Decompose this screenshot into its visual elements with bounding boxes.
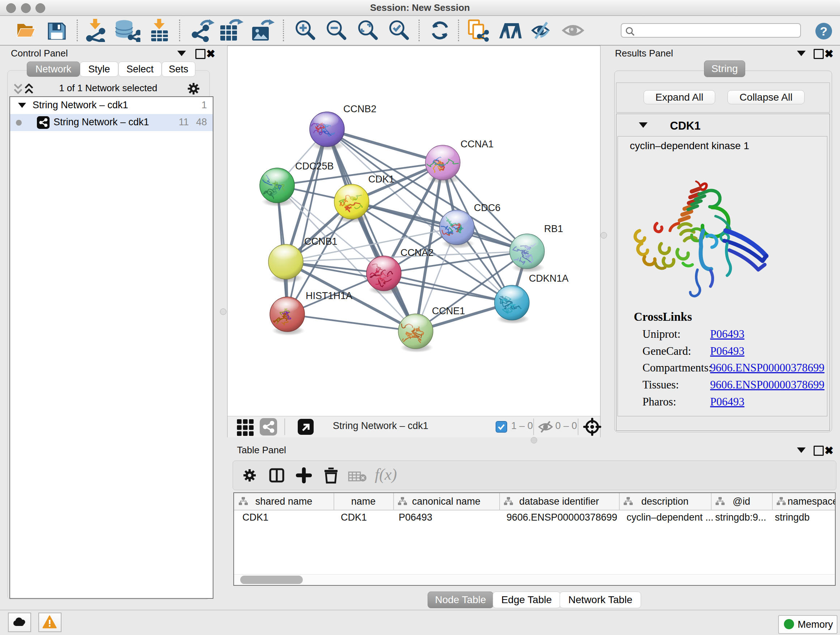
svg-text:CDC25B: CDC25B: [295, 161, 334, 172]
svg-text:CCNB2: CCNB2: [343, 103, 377, 114]
svg-text:CCNA1: CCNA1: [461, 139, 494, 149]
svg-text:CCNE1: CCNE1: [432, 306, 465, 317]
svg-text:CCNB1: CCNB1: [304, 236, 338, 247]
svg-text:CDC6: CDC6: [474, 203, 501, 213]
svg-text:CDKN1A: CDKN1A: [529, 273, 569, 284]
svg-text:RB1: RB1: [544, 223, 563, 234]
svg-text:HIST1H1A: HIST1H1A: [306, 290, 352, 301]
svg-text:CDK1: CDK1: [368, 174, 394, 185]
svg-text:CCNA2: CCNA2: [401, 247, 434, 258]
